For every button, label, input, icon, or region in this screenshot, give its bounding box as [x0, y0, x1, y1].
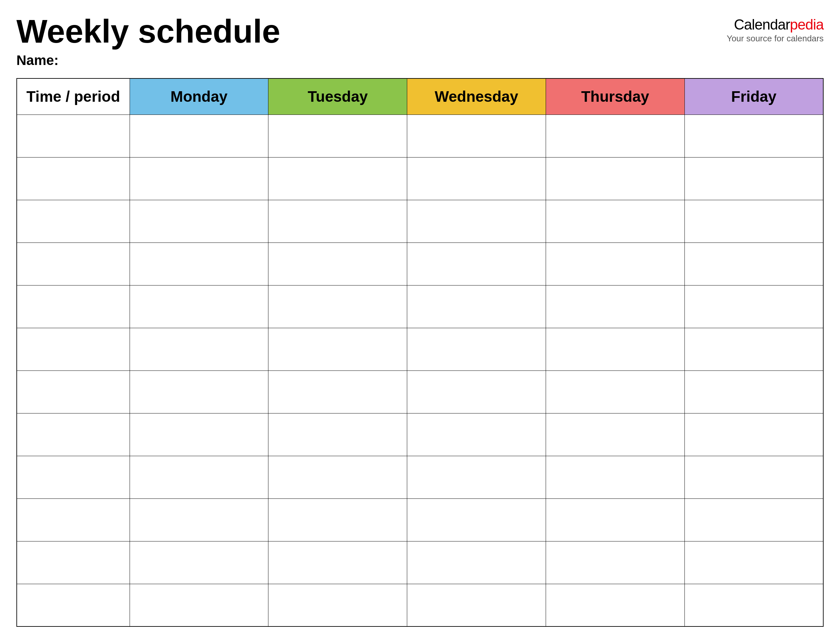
col-header-tuesday: Tuesday [268, 78, 407, 114]
table-cell[interactable] [407, 157, 546, 200]
table-cell[interactable] [546, 200, 684, 242]
name-label: Name: [16, 52, 280, 68]
table-cell[interactable] [17, 541, 129, 584]
col-header-monday: Monday [129, 78, 268, 114]
table-cell[interactable] [129, 370, 268, 413]
col-header-friday: Friday [684, 78, 823, 114]
table-cell[interactable] [129, 413, 268, 456]
header-row: Time / period Monday Tuesday Wednesday T… [17, 78, 823, 114]
table-cell[interactable] [546, 370, 684, 413]
table-cell[interactable] [129, 498, 268, 541]
table-cell[interactable] [684, 285, 823, 328]
table-row [17, 114, 823, 157]
table-cell[interactable] [129, 456, 268, 498]
table-cell[interactable] [407, 242, 546, 285]
logo-pedia: pedia [790, 16, 824, 33]
table-cell[interactable] [407, 114, 546, 157]
table-row [17, 541, 823, 584]
table-row [17, 157, 823, 200]
table-cell[interactable] [268, 456, 407, 498]
table-cell[interactable] [17, 328, 129, 370]
table-row [17, 285, 823, 328]
table-cell[interactable] [684, 456, 823, 498]
table-cell[interactable] [17, 584, 129, 626]
table-cell[interactable] [684, 114, 823, 157]
table-cell[interactable] [684, 200, 823, 242]
table-cell[interactable] [684, 584, 823, 626]
table-cell[interactable] [546, 498, 684, 541]
table-cell[interactable] [17, 498, 129, 541]
table-cell[interactable] [546, 328, 684, 370]
table-cell[interactable] [546, 584, 684, 626]
table-cell[interactable] [268, 541, 407, 584]
table-cell[interactable] [407, 370, 546, 413]
table-row [17, 200, 823, 242]
table-cell[interactable] [129, 285, 268, 328]
table-row [17, 584, 823, 626]
table-cell[interactable] [129, 114, 268, 157]
table-cell[interactable] [268, 285, 407, 328]
table-cell[interactable] [684, 157, 823, 200]
table-cell[interactable] [268, 584, 407, 626]
table-cell[interactable] [407, 285, 546, 328]
table-cell[interactable] [407, 328, 546, 370]
table-cell[interactable] [268, 157, 407, 200]
title-block: Weekly schedule Name: [16, 13, 280, 68]
table-cell[interactable] [546, 285, 684, 328]
col-header-thursday: Thursday [546, 78, 684, 114]
table-cell[interactable] [129, 200, 268, 242]
schedule-table: Time / period Monday Tuesday Wednesday T… [16, 78, 824, 627]
table-cell[interactable] [684, 370, 823, 413]
table-row [17, 328, 823, 370]
table-row [17, 413, 823, 456]
table-cell[interactable] [684, 541, 823, 584]
col-header-time: Time / period [17, 78, 129, 114]
table-row [17, 498, 823, 541]
table-cell[interactable] [546, 242, 684, 285]
table-cell[interactable] [268, 200, 407, 242]
table-cell[interactable] [684, 498, 823, 541]
page-title: Weekly schedule [16, 13, 280, 49]
table-cell[interactable] [407, 541, 546, 584]
table-cell[interactable] [129, 328, 268, 370]
table-cell[interactable] [268, 328, 407, 370]
table-cell[interactable] [17, 200, 129, 242]
table-row [17, 242, 823, 285]
table-row [17, 370, 823, 413]
table-cell[interactable] [17, 285, 129, 328]
table-cell[interactable] [546, 456, 684, 498]
table-cell[interactable] [17, 456, 129, 498]
table-cell[interactable] [268, 242, 407, 285]
table-cell[interactable] [268, 498, 407, 541]
table-cell[interactable] [268, 370, 407, 413]
table-cell[interactable] [17, 157, 129, 200]
table-cell[interactable] [407, 498, 546, 541]
table-cell[interactable] [684, 328, 823, 370]
logo-tagline: Your source for calendars [727, 33, 824, 44]
table-cell[interactable] [407, 584, 546, 626]
table-cell[interactable] [268, 114, 407, 157]
table-cell[interactable] [407, 200, 546, 242]
table-cell[interactable] [407, 413, 546, 456]
logo-calendar: Calendar [734, 16, 790, 33]
table-cell[interactable] [129, 242, 268, 285]
table-cell[interactable] [268, 413, 407, 456]
table-cell[interactable] [546, 413, 684, 456]
table-cell[interactable] [129, 541, 268, 584]
table-cell[interactable] [684, 242, 823, 285]
table-cell[interactable] [129, 157, 268, 200]
table-cell[interactable] [407, 456, 546, 498]
table-cell[interactable] [546, 541, 684, 584]
table-cell[interactable] [129, 584, 268, 626]
table-cell[interactable] [17, 413, 129, 456]
table-cell[interactable] [546, 157, 684, 200]
table-cell[interactable] [684, 413, 823, 456]
table-cell[interactable] [546, 114, 684, 157]
table-row [17, 456, 823, 498]
table-cell[interactable] [17, 114, 129, 157]
table-cell[interactable] [17, 370, 129, 413]
header: Weekly schedule Name: Calendarpedia Your… [16, 13, 824, 68]
logo: Calendarpedia [734, 16, 824, 33]
logo-block: Calendarpedia Your source for calendars [727, 16, 824, 44]
table-cell[interactable] [17, 242, 129, 285]
